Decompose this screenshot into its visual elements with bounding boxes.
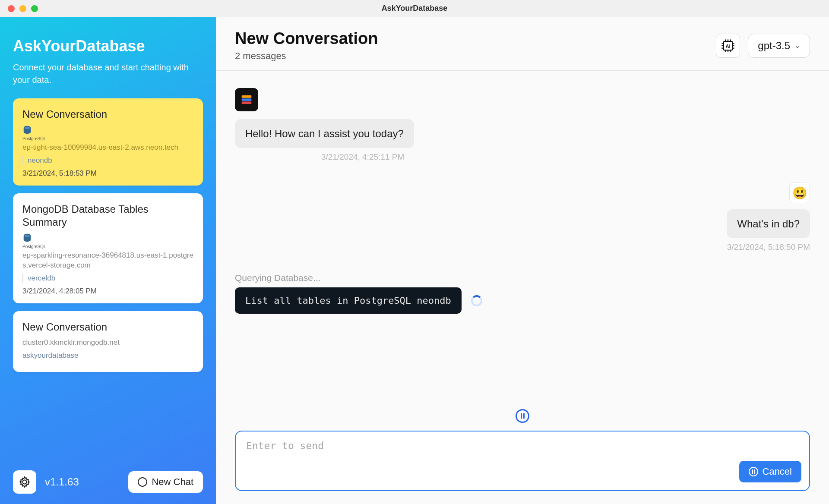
window-controls: [8, 5, 38, 12]
ai-provider-button[interactable]: AI: [716, 34, 740, 58]
chat-subtitle: 2 messages: [235, 50, 716, 62]
db-host: ep-tight-sea-10099984.us-east-2.aws.neon…: [22, 143, 193, 153]
pause-icon: [749, 467, 758, 476]
conversation-title: New Conversation: [22, 108, 193, 121]
conversation-list: New Conversation PostgreSQL ep-tight-sea…: [13, 98, 203, 462]
window-title: AskYourDatabase: [0, 4, 829, 13]
query-code: List all tables in PostgreSQL neondb: [235, 287, 462, 314]
svg-point-1: [25, 235, 30, 237]
assistant-avatar: [235, 88, 258, 111]
message-time: 3/21/2024, 4:25:11 PM: [321, 152, 404, 162]
new-chat-label: New Chat: [152, 476, 193, 488]
brand-title: AskYourDatabase: [13, 37, 203, 55]
svg-point-0: [25, 127, 30, 129]
conversation-timestamp: 3/21/2024, 4:28:05 PM: [22, 287, 193, 296]
plus-icon: +: [138, 477, 147, 487]
gear-icon: [19, 476, 31, 488]
chat-panel: New Conversation 2 messages AI gpt-3.5: [216, 17, 829, 504]
svg-text:AI: AI: [726, 43, 731, 48]
loading-spinner-icon: [471, 295, 482, 306]
postgresql-icon: [22, 125, 32, 135]
conversation-card[interactable]: New Conversation PostgreSQL ep-tight-sea…: [13, 98, 203, 186]
ai-chip-icon: AI: [720, 38, 736, 54]
message-bubble: What's in db?: [727, 209, 810, 238]
sidebar-footer: v1.1.63 + New Chat: [13, 470, 203, 494]
new-chat-button[interactable]: + New Chat: [128, 471, 203, 493]
message-composer: Cancel: [235, 431, 810, 491]
svg-rect-16: [242, 101, 252, 104]
db-name: neondb: [22, 156, 193, 165]
conversation-timestamp: 3/21/2024, 5:18:53 PM: [22, 169, 193, 178]
user-message: 😃 What's in db? 3/21/2024, 5:18:50 PM: [235, 183, 810, 252]
chat-title: New Conversation: [235, 29, 716, 48]
db-host: ep-sparkling-resonance-36964818.us-east-…: [22, 251, 193, 271]
message-bubble: Hello! How can I assist you today?: [235, 119, 414, 148]
pause-button[interactable]: [516, 409, 529, 423]
window-titlebar: AskYourDatabase: [0, 0, 829, 17]
chevron-down-icon: ⌄: [794, 41, 800, 50]
maximize-window-button[interactable]: [31, 5, 38, 12]
brand-tagline: Connect your database and start chatting…: [13, 61, 194, 86]
svg-rect-17: [242, 98, 252, 101]
message-time: 3/21/2024, 5:18:50 PM: [727, 243, 810, 252]
sidebar: AskYourDatabase Connect your database an…: [0, 17, 216, 504]
query-progress-block: Querying Database... List all tables in …: [235, 273, 810, 314]
db-engine-label: PostgreSQL: [22, 244, 193, 249]
postgresql-icon: [22, 233, 32, 243]
settings-button[interactable]: [13, 470, 36, 494]
close-window-button[interactable]: [8, 5, 15, 12]
user-avatar: 😃: [789, 183, 810, 203]
db-name: verceldb: [22, 274, 193, 283]
conversation-card[interactable]: New Conversation cluster0.kkmcklr.mongod…: [13, 311, 203, 372]
chat-header: New Conversation 2 messages AI gpt-3.5: [216, 17, 829, 71]
message-input[interactable]: [246, 440, 799, 470]
version-label: v1.1.63: [45, 476, 120, 488]
db-engine-label: PostgreSQL: [22, 136, 193, 141]
book-stack-icon: [239, 92, 254, 107]
db-name: askyourdatabase: [22, 351, 193, 360]
model-selector[interactable]: gpt-3.5 ⌄: [748, 34, 810, 58]
svg-rect-18: [242, 95, 252, 98]
conversation-title: MongoDB Database Tables Summary: [22, 203, 193, 229]
cancel-button[interactable]: Cancel: [739, 461, 801, 482]
chat-messages[interactable]: Hello! How can I assist you today? 3/21/…: [216, 71, 829, 409]
pause-icon: [521, 413, 525, 419]
conversation-title: New Conversation: [22, 321, 193, 334]
conversation-card[interactable]: MongoDB Database Tables Summary PostgreS…: [13, 193, 203, 303]
db-host: cluster0.kkmcklr.mongodb.net: [22, 338, 193, 348]
minimize-window-button[interactable]: [19, 5, 26, 12]
assistant-message: Hello! How can I assist you today? 3/21/…: [235, 88, 810, 162]
cancel-label: Cancel: [763, 466, 792, 477]
query-status-label: Querying Database...: [235, 273, 810, 283]
model-name: gpt-3.5: [758, 40, 790, 52]
